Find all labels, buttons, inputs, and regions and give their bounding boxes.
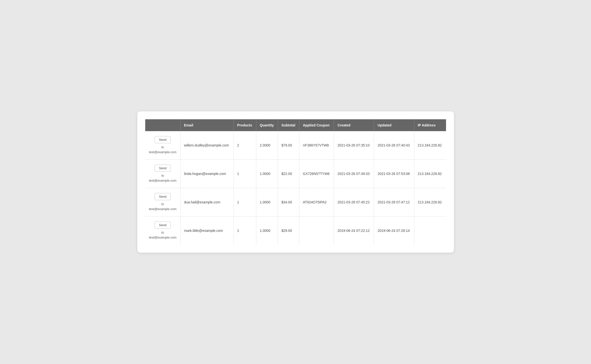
- col-header-email: Email: [180, 119, 234, 131]
- applied-coupon-cell: GX726N57TYW6: [299, 160, 334, 188]
- updated-cell: 2021-03-26 07:47:12: [374, 188, 414, 217]
- send-cell: Sendtotest@example.com: [145, 217, 181, 245]
- created-cell: 2021-03-26 07:45:22: [334, 188, 374, 217]
- products-cell: 1: [234, 217, 256, 245]
- applied-coupon-cell: [299, 217, 334, 245]
- subtotal-cell: $79.00: [278, 131, 299, 160]
- send-to-email: test@example.com: [149, 150, 177, 155]
- ip-address-cell: 213.184.226.82: [414, 188, 446, 217]
- col-header-subtotal: Subtotal: [278, 119, 299, 131]
- send-button[interactable]: Send: [155, 193, 170, 200]
- send-cell: Sendtotest@example.com: [145, 188, 181, 217]
- table-header-row: Email Products Quantity Subtotal Applied…: [145, 119, 446, 131]
- send-cell: Sendtotest@example.com: [145, 131, 181, 160]
- applied-coupon-cell: VF366Y57VTW8: [299, 131, 334, 160]
- updated-cell: 2019-06-24 07:26:14: [374, 217, 414, 245]
- table-row: Sendtotest@example.comlinda.hogan@exampl…: [145, 160, 446, 188]
- send-to-email: test@example.com: [149, 235, 177, 240]
- ip-address-cell: [414, 217, 446, 245]
- created-cell: 2021-03-26 07:49:33: [334, 160, 374, 188]
- updated-cell: 2021-03-26 07:53:08: [374, 160, 414, 188]
- send-to-label: to: [149, 202, 177, 207]
- col-header-quantity: Quantity: [256, 119, 278, 131]
- col-header-products: Products: [234, 119, 256, 131]
- send-to-label: to: [149, 145, 177, 150]
- ip-address-cell: 213.184.226.82: [414, 131, 446, 160]
- applied-coupon-cell: AT924O75IPA2: [299, 188, 334, 217]
- send-to-email: test@example.com: [149, 178, 177, 183]
- main-card: Email Products Quantity Subtotal Applied…: [137, 111, 454, 253]
- quantity-cell: 1.0000: [256, 160, 278, 188]
- col-header-action: [145, 119, 181, 131]
- table-row: Sendtotest@example.comwillem.dudley@exam…: [145, 131, 446, 160]
- subtotal-cell: $34.00: [278, 188, 299, 217]
- quantity-cell: 1.0000: [256, 188, 278, 217]
- email-cell: mark.little@example.com: [180, 217, 234, 245]
- send-to-label: to: [149, 173, 177, 178]
- email-cell: willem.dudley@example.com: [180, 131, 234, 160]
- table-row: Sendtotest@example.comdua.hail@example.c…: [145, 188, 446, 217]
- table-row: Sendtotest@example.commark.little@exampl…: [145, 217, 446, 245]
- email-cell: linda.hogan@example.com: [180, 160, 234, 188]
- products-cell: 2: [234, 131, 256, 160]
- ip-address-cell: 213.184.226.82: [414, 160, 446, 188]
- send-button[interactable]: Send: [155, 165, 170, 172]
- send-to-label: to: [149, 230, 177, 235]
- created-cell: 2019-06-24 07:22:12: [334, 217, 374, 245]
- created-cell: 2021-03-26 07:35:10: [334, 131, 374, 160]
- quantity-cell: 1.0000: [256, 217, 278, 245]
- send-button[interactable]: Send: [155, 221, 170, 229]
- abandoned-carts-table: Email Products Quantity Subtotal Applied…: [145, 119, 446, 245]
- products-cell: 1: [234, 160, 256, 188]
- col-header-ip-address: IP Address: [414, 119, 446, 131]
- updated-cell: 2021-03-26 07:40:43: [374, 131, 414, 160]
- subtotal-cell: $22.00: [278, 160, 299, 188]
- products-cell: 1: [234, 188, 256, 217]
- col-header-applied-coupon: Applied Coupon: [299, 119, 334, 131]
- col-header-updated: Updated: [374, 119, 414, 131]
- send-to-email: test@example.com: [149, 207, 177, 212]
- subtotal-cell: $29.00: [278, 217, 299, 245]
- send-button[interactable]: Send: [155, 136, 170, 143]
- email-cell: dua.hail@example.com: [180, 188, 234, 217]
- send-cell: Sendtotest@example.com: [145, 160, 181, 188]
- col-header-created: Created: [334, 119, 374, 131]
- quantity-cell: 2.0000: [256, 131, 278, 160]
